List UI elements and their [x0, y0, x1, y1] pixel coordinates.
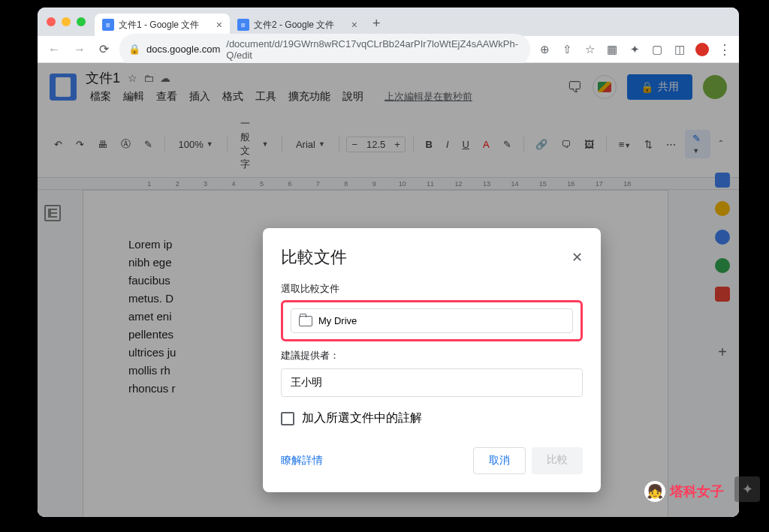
address-bar: ← → ⟳ 🔒 docs.google.com/document/d/19GWr… [38, 36, 739, 63]
checkbox-label: 加入所選文件中的註解 [302, 410, 422, 426]
url-domain: docs.google.com [146, 44, 220, 55]
browser-tab-1[interactable]: ≡ 文件1 - Google 文件 × [95, 14, 230, 36]
tab-title: 文件2 - Google 文件 [254, 19, 334, 32]
reload-button[interactable]: ⟳ [96, 39, 112, 59]
profile-avatar-icon[interactable] [695, 43, 709, 56]
drive-picker-button[interactable]: My Drive [291, 308, 573, 333]
back-button[interactable]: ← [45, 40, 63, 59]
watermark: 👧 塔科女子 [644, 481, 724, 502]
new-tab-button[interactable]: + [365, 11, 388, 36]
browser-window: ≡ 文件1 - Google 文件 × ≡ 文件2 - Google 文件 × … [38, 8, 739, 517]
drive-value: My Drive [318, 315, 357, 326]
browser-tab-2[interactable]: ≡ 文件2 - Google 文件 × [230, 14, 365, 36]
forward-button[interactable]: → [71, 40, 89, 59]
tab-strip: ≡ 文件1 - Google 文件 × ≡ 文件2 - Google 文件 × … [95, 8, 730, 36]
explore-button[interactable]: ✦ [734, 476, 760, 502]
tab-title: 文件1 - Google 文件 [119, 19, 199, 32]
close-tab-icon[interactable]: × [216, 19, 222, 31]
author-input[interactable] [281, 368, 583, 397]
maximize-window-button[interactable] [77, 17, 86, 26]
close-window-button[interactable] [47, 17, 56, 26]
docs-favicon-icon: ≡ [237, 19, 249, 31]
url-input[interactable]: 🔒 docs.google.com/document/d/19GWrn8wRC1… [119, 34, 530, 65]
docs-favicon-icon: ≡ [102, 19, 114, 31]
folder-icon [299, 316, 312, 326]
lock-icon: 🔒 [128, 44, 140, 55]
include-comments-option[interactable]: 加入所選文件中的註解 [281, 410, 583, 426]
compare-dialog: 比較文件 ✕ 選取比較文件 My Drive 建議提供者： 加入所選文件中的註解… [263, 228, 601, 492]
share-icon[interactable]: ⇧ [560, 43, 574, 56]
panel-icon[interactable]: ◫ [673, 43, 686, 56]
close-dialog-button[interactable]: ✕ [571, 249, 583, 266]
dialog-title: 比較文件 [281, 246, 347, 269]
compare-button: 比較 [532, 447, 583, 474]
bookmark-icon[interactable]: ☆ [583, 43, 596, 56]
author-label: 建議提供者： [281, 349, 583, 362]
select-file-label: 選取比較文件 [281, 282, 583, 296]
watermark-icon: 👧 [644, 481, 665, 502]
close-tab-icon[interactable]: × [351, 19, 357, 31]
minimize-window-button[interactable] [62, 17, 71, 26]
traffic-lights [47, 17, 86, 26]
browser-menu-button[interactable]: ⋮ [718, 41, 731, 58]
puzzle-icon[interactable]: ✦ [628, 43, 641, 56]
highlighted-field: My Drive [281, 300, 583, 341]
browser-titlebar: ≡ 文件1 - Google 文件 × ≡ 文件2 - Google 文件 × … [38, 8, 739, 36]
extension-icons: ⊕ ⇧ ☆ ▦ ✦ ▢ ◫ ⋮ [538, 41, 731, 58]
extension-icon[interactable]: ▦ [605, 43, 619, 56]
learn-more-link[interactable]: 瞭解詳情 [281, 454, 323, 467]
checkbox-icon[interactable] [281, 412, 294, 425]
cancel-button[interactable]: 取消 [473, 447, 526, 474]
url-path: /document/d/19GWrn8wRC17vqCLrBb24arPIr7l… [226, 38, 521, 61]
cast-icon[interactable]: ▢ [650, 43, 664, 56]
docs-app: 文件1 ☆ 🗀 ☁ 檔案 編輯 查看 插入 格式 工具 擴充功能 說明 [38, 63, 739, 517]
search-icon[interactable]: ⊕ [538, 43, 551, 56]
watermark-text: 塔科女子 [670, 482, 724, 500]
